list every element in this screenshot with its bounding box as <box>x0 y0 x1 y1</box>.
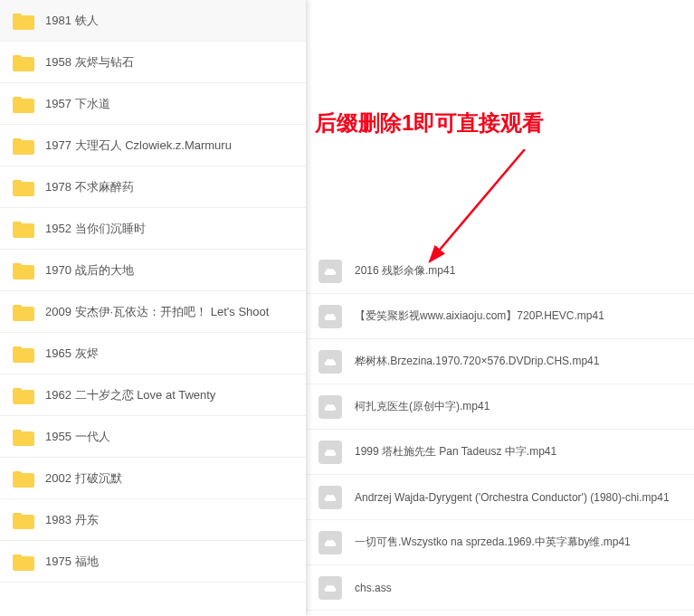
folder-icon <box>13 12 34 30</box>
cloud-file-icon <box>318 350 342 374</box>
folder-label: 1958 灰烬与钻石 <box>45 54 134 71</box>
folder-icon <box>13 303 34 321</box>
cloud-file-icon <box>318 260 342 283</box>
folder-label: 1955 一代人 <box>45 429 110 445</box>
folder-row[interactable]: 1983 丹东 <box>0 499 306 541</box>
file-row[interactable]: 桦树林.Brzezina.1970.720×576.DVDrip.CHS.mp4… <box>306 339 694 384</box>
folder-icon <box>13 428 34 446</box>
folder-icon <box>13 345 34 363</box>
file-row[interactable]: Andrzej Wajda-Dyrygent ('Orchestra Condu… <box>306 475 694 520</box>
file-row[interactable]: 柯扎克医生(原创中字).mp41 <box>306 384 694 430</box>
folder-row[interactable]: 1970 战后的大地 <box>0 250 306 291</box>
annotation-text: 后缀删除1即可直接观看 <box>315 109 544 137</box>
file-label: Andrzej Wajda-Dyrygent ('Orchestra Condu… <box>355 491 670 504</box>
cloud-file-icon <box>318 531 342 554</box>
folder-icon <box>13 178 34 196</box>
file-list: 2016 残影余像.mp41【爱笑聚影视www.aixiaoju.com】720… <box>306 249 694 611</box>
folder-icon <box>13 469 34 488</box>
folder-label: 1957 下水道 <box>45 96 110 112</box>
folder-icon <box>13 511 34 529</box>
folder-label: 2009 安杰伊·瓦依达：开拍吧！ Let's Shoot <box>45 304 269 320</box>
folder-icon <box>13 261 34 280</box>
cloud-file-icon <box>318 486 342 509</box>
folder-row[interactable]: 1952 当你们沉睡时 <box>0 208 306 250</box>
folder-label: 1965 灰烬 <box>45 346 99 362</box>
file-row[interactable]: 1999 塔杜施先生 Pan Tadeusz 中字.mp41 <box>306 430 694 475</box>
file-row[interactable]: 【爱笑聚影视www.aixiaoju.com】720P.HEVC.mp41 <box>306 294 694 339</box>
folder-label: 1975 福地 <box>45 554 99 570</box>
folder-label: 1978 不求麻醉药 <box>45 179 134 195</box>
file-row[interactable]: 一切可售.Wszystko na sprzeda.1969.中英字幕by维.mp… <box>306 520 694 565</box>
cloud-file-icon <box>318 441 342 464</box>
file-label: 一切可售.Wszystko na sprzeda.1969.中英字幕by维.mp… <box>355 535 631 550</box>
folder-row[interactable]: 1975 福地 <box>0 541 306 583</box>
folder-row[interactable]: 1981 铁人 <box>0 0 306 42</box>
folder-icon <box>13 553 34 571</box>
svg-line-0 <box>430 149 525 261</box>
folder-row[interactable]: 2009 安杰伊·瓦依达：开拍吧！ Let's Shoot <box>0 291 306 333</box>
file-label: 柯扎克医生(原创中字).mp41 <box>355 399 490 414</box>
folder-icon <box>13 53 34 71</box>
folder-icon <box>13 137 34 155</box>
file-label: 【爱笑聚影视www.aixiaoju.com】720P.HEVC.mp41 <box>355 308 604 324</box>
folder-list: 1981 铁人1958 灰烬与钻石1957 下水道1977 大理石人 Czlow… <box>0 0 306 616</box>
folder-label: 1977 大理石人 Czlowiek.z.Marmuru <box>45 137 232 154</box>
folder-label: 1952 当你们沉睡时 <box>45 221 146 237</box>
folder-row[interactable]: 1962 二十岁之恋 Love at Twenty <box>0 374 306 416</box>
file-label: 1999 塔杜施先生 Pan Tadeusz 中字.mp41 <box>355 444 556 460</box>
file-label: chs.ass <box>355 582 392 594</box>
arrow-annotation <box>416 149 552 276</box>
folder-row[interactable]: 1955 一代人 <box>0 416 306 458</box>
folder-row[interactable]: 1978 不求麻醉药 <box>0 166 306 208</box>
folder-label: 2002 打破沉默 <box>45 470 122 487</box>
cloud-file-icon <box>318 395 342 419</box>
file-label: 桦树林.Brzezina.1970.720×576.DVDrip.CHS.mp4… <box>355 354 599 369</box>
folder-row[interactable]: 2002 打破沉默 <box>0 458 306 499</box>
folder-label: 1981 铁人 <box>45 13 99 29</box>
folder-row[interactable]: 1977 大理石人 Czlowiek.z.Marmuru <box>0 125 306 166</box>
cloud-file-icon <box>318 576 342 600</box>
folder-icon <box>13 220 34 238</box>
file-row[interactable]: chs.ass <box>306 565 694 611</box>
folder-row[interactable]: 1958 灰烬与钻石 <box>0 42 306 83</box>
folder-label: 1970 战后的大地 <box>45 262 134 279</box>
folder-label: 1962 二十岁之恋 Love at Twenty <box>45 387 215 403</box>
folder-label: 1983 丹东 <box>45 512 99 528</box>
folder-row[interactable]: 1957 下水道 <box>0 83 306 125</box>
folder-icon <box>13 95 34 113</box>
folder-row[interactable]: 1965 灰烬 <box>0 333 306 374</box>
cloud-file-icon <box>318 305 342 328</box>
folder-icon <box>13 386 34 404</box>
